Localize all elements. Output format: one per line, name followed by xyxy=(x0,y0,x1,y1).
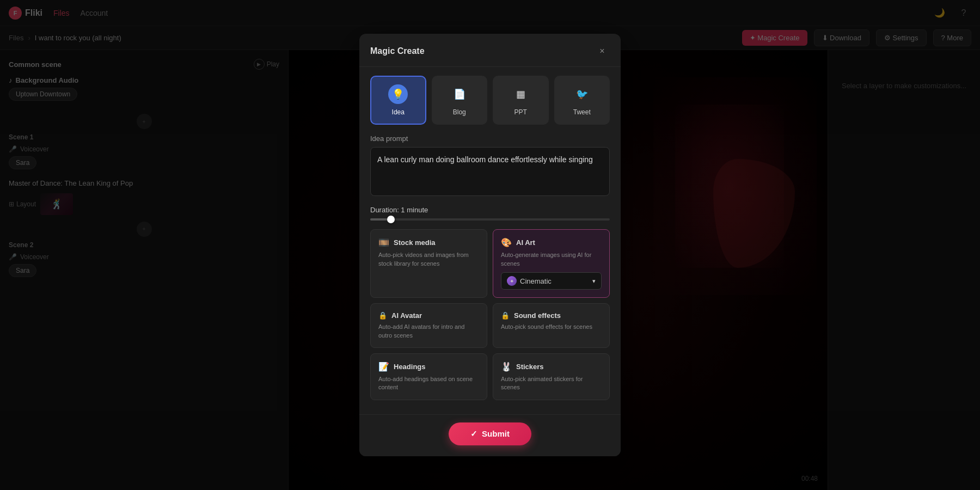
type-tabs: 💡 Idea 📄 Blog ▦ PPT 🐦 Tweet xyxy=(370,76,610,125)
modal-close-button[interactable]: × xyxy=(595,44,610,59)
duration-label: Duration: 1 minute xyxy=(370,206,428,214)
tab-ppt[interactable]: ▦ PPT xyxy=(493,76,549,125)
tweet-tab-icon: 🐦 xyxy=(572,84,592,104)
sound-effects-header: 🔒 Sound effects xyxy=(501,311,602,320)
ai-avatar-title: AI Avatar xyxy=(391,311,422,320)
tweet-tab-label: Tweet xyxy=(573,108,591,116)
options-grid: 🎞️ Stock media Auto-pick videos and imag… xyxy=(370,229,610,400)
headings-desc: Auto-add headings based on scene content xyxy=(378,375,479,392)
tab-tweet[interactable]: 🐦 Tweet xyxy=(554,76,610,125)
submit-button[interactable]: ✓ Submit xyxy=(449,422,531,445)
cinematic-chevron-icon: ▾ xyxy=(592,278,596,285)
modal-overlay[interactable]: Magic Create × 💡 Idea 📄 Blog ▦ PPT xyxy=(0,0,980,490)
cinematic-left: ✦ Cinematic xyxy=(507,276,552,286)
stickers-header: 🐰 Stickers xyxy=(501,362,602,372)
stock-media-icon: 🎞️ xyxy=(378,237,389,248)
option-card-ai-avatar[interactable]: 🔒 AI Avatar Auto-add AI avatars for intr… xyxy=(370,303,487,348)
modal-title: Magic Create xyxy=(370,46,425,56)
submit-check-icon: ✓ xyxy=(470,429,477,439)
stock-media-title: Stock media xyxy=(394,238,436,247)
headings-header: 📝 Headings xyxy=(378,362,479,372)
ai-art-header: 🎨 AI Art xyxy=(501,237,602,248)
ai-avatar-header: 🔒 AI Avatar xyxy=(378,311,479,320)
ai-art-icon: 🎨 xyxy=(501,237,512,248)
submit-label: Submit xyxy=(482,429,510,438)
ai-avatar-lock-icon: 🔒 xyxy=(378,311,387,320)
ppt-tab-label: PPT xyxy=(514,108,527,116)
duration-slider[interactable] xyxy=(370,218,610,220)
sound-effects-title: Sound effects xyxy=(514,311,561,320)
stickers-desc: Auto-pick animated stickers for scenes xyxy=(501,375,602,392)
sound-effects-lock-icon: 🔒 xyxy=(501,311,510,320)
cinematic-label: Cinematic xyxy=(520,277,552,285)
prompt-textarea[interactable]: A lean curly man doing ballroom dance ef… xyxy=(370,147,610,196)
ppt-tab-icon: ▦ xyxy=(511,84,530,104)
duration-slider-fill xyxy=(370,218,389,220)
cinematic-dot-icon: ✦ xyxy=(507,276,517,286)
stock-media-desc: Auto-pick videos and images from stock l… xyxy=(378,251,479,268)
modal-body: 💡 Idea 📄 Blog ▦ PPT 🐦 Tweet Idea prompt xyxy=(359,67,621,414)
option-card-stickers[interactable]: 🐰 Stickers Auto-pick animated stickers f… xyxy=(493,353,610,400)
option-card-headings[interactable]: 📝 Headings Auto-add headings based on sc… xyxy=(370,353,487,400)
tab-blog[interactable]: 📄 Blog xyxy=(432,76,488,125)
option-card-stock-media[interactable]: 🎞️ Stock media Auto-pick videos and imag… xyxy=(370,229,487,298)
option-card-sound-effects[interactable]: 🔒 Sound effects Auto-pick sound effects … xyxy=(493,303,610,348)
blog-tab-label: Blog xyxy=(453,108,466,116)
ai-avatar-desc: Auto-add AI avatars for intro and outro … xyxy=(378,323,479,340)
headings-title: Headings xyxy=(394,363,426,371)
duration-row: Duration: 1 minute xyxy=(370,206,610,214)
blog-tab-icon: 📄 xyxy=(450,84,469,104)
ai-art-desc: Auto-generate images using AI for scenes xyxy=(501,251,602,268)
option-card-ai-art[interactable]: 🎨 AI Art Auto-generate images using AI f… xyxy=(493,229,610,298)
ai-art-title: AI Art xyxy=(516,238,535,247)
modal-header: Magic Create × xyxy=(359,34,621,67)
stock-media-header: 🎞️ Stock media xyxy=(378,237,479,248)
cinematic-dropdown[interactable]: ✦ Cinematic ▾ xyxy=(501,272,602,290)
headings-icon: 📝 xyxy=(378,362,389,372)
duration-slider-thumb[interactable] xyxy=(387,216,395,223)
magic-create-modal: Magic Create × 💡 Idea 📄 Blog ▦ PPT xyxy=(359,34,621,456)
stickers-title: Stickers xyxy=(516,363,544,371)
stickers-icon: 🐰 xyxy=(501,362,512,372)
prompt-label: Idea prompt xyxy=(370,134,610,143)
idea-tab-icon: 💡 xyxy=(388,84,408,104)
idea-tab-label: Idea xyxy=(392,108,405,116)
modal-footer: ✓ Submit xyxy=(359,414,621,456)
tab-idea[interactable]: 💡 Idea xyxy=(370,76,426,125)
sound-effects-desc: Auto-pick sound effects for scenes xyxy=(501,323,602,331)
